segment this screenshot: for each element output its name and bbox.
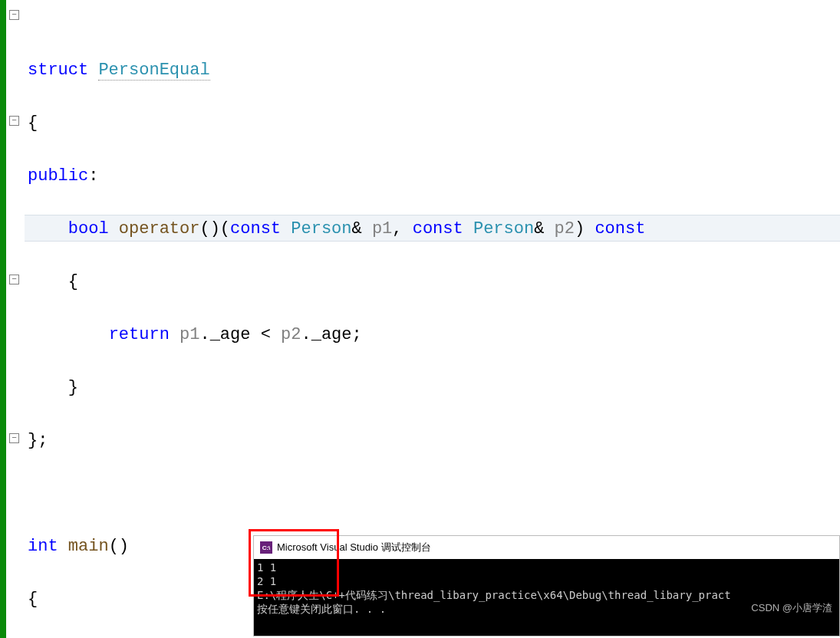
fold-toggle-operator[interactable]: − [9,116,19,126]
console-titlebar[interactable]: C:\ Microsoft Visual Studio 调试控制台 [254,536,839,559]
code-line[interactable]: struct PersonEqual [28,58,840,84]
code-line[interactable]: bool operator()(const Person& p1, const … [28,216,840,243]
console-icon: C:\ [260,541,272,554]
fold-toggle-struct[interactable]: − [9,10,19,20]
console-line: 1 1 [257,561,836,574]
debug-console-window[interactable]: C:\ Microsoft Visual Studio 调试控制台 1 1 2 … [253,535,840,636]
watermark: CSDN @小唐学渣 [751,601,832,615]
console-line: 2 1 [257,574,836,588]
code-line[interactable]: }; [28,428,840,455]
code-line[interactable]: public: [28,163,840,190]
change-indicator-bar [0,0,6,638]
fold-toggle-main[interactable]: − [9,275,19,284]
code-line[interactable]: { [28,110,840,137]
code-line[interactable]: return p1._age < p2._age; [28,322,840,349]
console-title: Microsoft Visual Studio 调试控制台 [277,541,431,554]
code-line[interactable] [28,481,840,508]
console-output[interactable]: 1 1 2 1 E:\程序人生\C++代码练习\thread_libary_pr… [254,559,839,636]
fold-toggle-for[interactable]: − [9,433,19,443]
fold-gutter: − − − − [6,0,25,638]
console-line: E:\程序人生\C++代码练习\thread_libary_practice\x… [257,588,836,602]
console-line: 按任意键关闭此窗口. . . [257,602,836,616]
code-line[interactable]: { [28,269,840,296]
code-line[interactable]: } [28,375,840,402]
type-name: PersonEqual [98,61,209,81]
